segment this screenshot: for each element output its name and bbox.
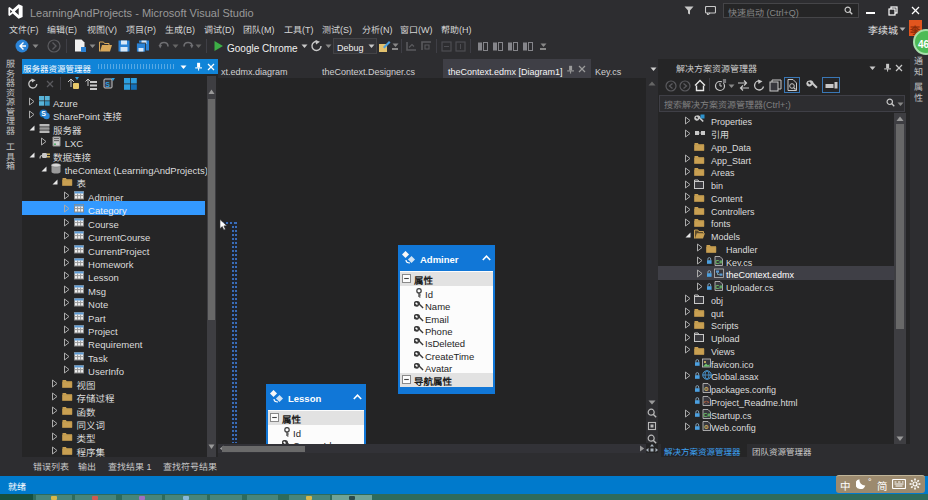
svg-text:C#: C#	[703, 412, 710, 418]
svg-text:<>: <>	[703, 399, 709, 405]
svg-text:C#: C#	[715, 284, 722, 290]
svg-text:⚙: ⚙	[703, 386, 708, 392]
svg-text:S: S	[105, 81, 110, 88]
svg-text:S: S	[41, 111, 46, 118]
svg-text:C#: C#	[715, 259, 722, 265]
svg-text:⚙: ⚙	[703, 424, 708, 430]
